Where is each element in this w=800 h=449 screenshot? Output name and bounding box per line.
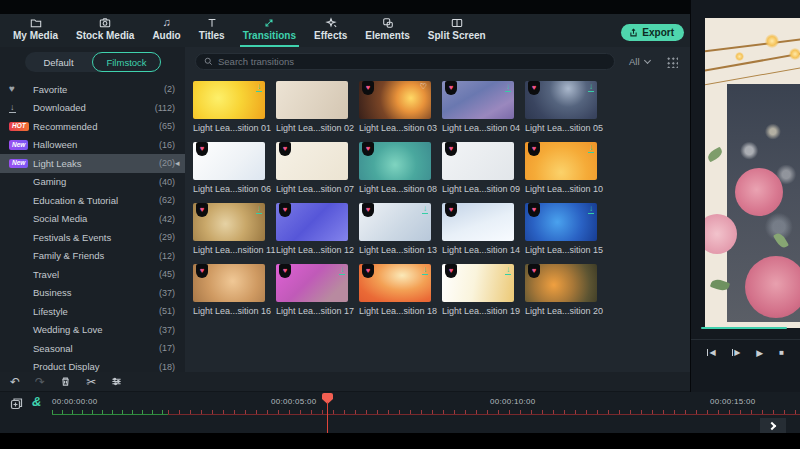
transition-thumbnail[interactable]: ♥ (193, 142, 265, 180)
sidebar-category-item[interactable]: Family & Friends (12) (0, 247, 185, 266)
sidebar-category-item[interactable]: New Light Leaks (20) (0, 154, 185, 173)
play-icon[interactable]: ▶ (756, 348, 763, 358)
next-frame-icon[interactable]: ▶ (732, 348, 741, 357)
transition-item[interactable]: ♥ ↓ Light Lea...sition 18 (359, 264, 431, 316)
sidebar-category-item[interactable]: ♥ Favorite (2) (0, 80, 185, 99)
preview-video[interactable] (705, 18, 800, 328)
transition-item[interactable]: ♥ Light Lea...sition 14 (442, 203, 514, 255)
transition-thumbnail[interactable]: ♥ (193, 264, 265, 302)
transition-item[interactable]: ♥ ↓ Light Lea...sition 13 (359, 203, 431, 255)
sidebar-category-item[interactable]: HOT Recommended (65) (0, 117, 185, 136)
sidebar-category-item[interactable]: Social Media (42) (0, 210, 185, 229)
download-icon[interactable]: ↓ (422, 266, 428, 275)
transition-item[interactable]: ♥ ♡ Light Lea...sition 03 (359, 81, 431, 133)
download-icon[interactable]: ↓ (422, 205, 428, 214)
collapse-sidebar-arrow-icon[interactable]: ◂ (175, 158, 180, 168)
transition-thumbnail[interactable]: ♥ ♡ (359, 81, 431, 119)
tab-split-screen[interactable]: Split Screen (419, 14, 495, 47)
sidebar-category-item[interactable]: Travel (45) (0, 265, 185, 284)
undo-icon[interactable]: ↶ (10, 376, 20, 388)
transition-thumbnail[interactable]: ↓ (193, 81, 265, 119)
download-icon[interactable]: ↓ (588, 144, 594, 153)
transition-thumbnail[interactable]: ♥ (276, 142, 348, 180)
sidebar-category-item[interactable]: Product Display (18) (0, 358, 185, 373)
tab-filmstock[interactable]: Filmstock (92, 52, 161, 72)
copy-icon[interactable] (10, 396, 23, 414)
favorite-heart-icon[interactable]: ♡ (420, 82, 427, 91)
download-icon[interactable]: ↓ (588, 83, 594, 92)
transition-thumbnail[interactable]: ♥ ↓ (359, 264, 431, 302)
transition-thumbnail[interactable]: ♥ ↓ (276, 264, 348, 302)
transition-item[interactable]: ♥ ↓ Light Lea...nsition 11 (193, 203, 265, 255)
transition-thumbnail[interactable]: ♥ (442, 142, 514, 180)
transition-thumbnail[interactable]: ♥ ↓ (525, 142, 597, 180)
stop-icon[interactable]: ■ (779, 348, 784, 357)
timeline-ruler-rendered[interactable] (52, 410, 168, 415)
transition-thumbnail[interactable]: ♥ ↓ (193, 203, 265, 241)
transition-item[interactable]: ↓ Light Lea...sition 01 (193, 81, 265, 133)
tab-elements[interactable]: Elements (356, 14, 418, 47)
search-input[interactable] (218, 56, 606, 67)
transition-item[interactable]: ♥ Light Lea...sition 09 (442, 142, 514, 194)
transition-thumbnail[interactable]: ♥ ↓ (525, 81, 597, 119)
timeline-ruler[interactable] (168, 410, 800, 415)
transition-item[interactable]: ♥ Light Lea...sition 20 (525, 264, 597, 316)
download-icon[interactable]: ↓ (588, 205, 594, 214)
transition-thumbnail[interactable]: ♥ (359, 142, 431, 180)
transition-thumbnail[interactable]: ♥ ↓ (442, 264, 514, 302)
tab-audio[interactable]: ♫ Audio (143, 14, 189, 47)
transition-thumbnail[interactable]: ♥ ↓ (442, 81, 514, 119)
download-icon[interactable]: ↓ (256, 83, 262, 92)
sidebar-category-item[interactable]: Festivals & Events (29) (0, 228, 185, 247)
sidebar-category-item[interactable]: ↓ Downloaded (112) (0, 99, 185, 118)
redo-icon[interactable]: ↷ (35, 376, 45, 388)
download-icon[interactable]: ↓ (505, 83, 511, 92)
sidebar-category-item[interactable]: Education & Tutorial (62) (0, 191, 185, 210)
transition-item[interactable]: ♥ Light Lea...sition 06 (193, 142, 265, 194)
transition-item[interactable]: ♥ ↓ Light Lea...sition 19 (442, 264, 514, 316)
playhead[interactable] (322, 393, 333, 434)
transition-thumbnail[interactable]: ♥ (442, 203, 514, 241)
sidebar-category-item[interactable]: New Halloween (16) (0, 136, 185, 155)
transition-item[interactable]: ♥ ↓ Light Lea...sition 04 (442, 81, 514, 133)
grid-view-icon[interactable] (666, 56, 678, 68)
tab-stock-media[interactable]: Stock Media (67, 14, 143, 47)
tab-effects[interactable]: Effects (305, 14, 356, 47)
delete-icon[interactable] (60, 376, 71, 387)
snap-icon[interactable]: & (32, 394, 41, 409)
transition-item[interactable]: ♥ ↓ Light Lea...sition 17 (276, 264, 348, 316)
tab-my-media[interactable]: My Media (4, 14, 67, 47)
search-box[interactable] (195, 53, 615, 70)
transition-thumbnail[interactable]: ♥ (276, 203, 348, 241)
transition-item[interactable]: ♥ ↓ Light Lea...sition 05 (525, 81, 597, 133)
download-icon[interactable]: ↓ (256, 205, 262, 214)
transition-thumbnail[interactable]: ♥ (525, 264, 597, 302)
sidebar-category-item[interactable]: Lifestyle (51) (0, 302, 185, 321)
export-button[interactable]: Export (621, 24, 684, 41)
filter-dropdown[interactable]: All (629, 56, 650, 67)
transition-item[interactable]: ♥ ↓ Light Lea...sition 15 (525, 203, 597, 255)
tab-default[interactable]: Default (25, 52, 92, 72)
tab-titles[interactable]: Titles (190, 14, 234, 47)
timeline[interactable]: & 00:00:00:00 00:00:05:00 00:00:10:00 00… (0, 392, 800, 433)
sidebar-category-item[interactable]: Gaming (40) (0, 173, 185, 192)
transition-thumbnail[interactable] (276, 81, 348, 119)
previous-frame-icon[interactable]: ◀ (707, 348, 716, 357)
transition-item[interactable]: ♥ Light Lea...sition 07 (276, 142, 348, 194)
preview-progress-bar[interactable] (701, 327, 787, 329)
adjust-icon[interactable] (111, 376, 122, 387)
sidebar-category-item[interactable]: Business (37) (0, 284, 185, 303)
transition-thumbnail[interactable]: ♥ ↓ (359, 203, 431, 241)
split-scissors-icon[interactable]: ✂ (86, 376, 96, 388)
sidebar-category-item[interactable]: Seasonal (17) (0, 339, 185, 358)
tab-transitions[interactable]: Transitions (234, 14, 305, 47)
sidebar-category-item[interactable]: Wedding & Love (37) (0, 321, 185, 340)
transition-item[interactable]: ♥ Light Lea...sition 08 (359, 142, 431, 194)
transition-item[interactable]: ♥ Light Lea...sition 16 (193, 264, 265, 316)
transition-thumbnail[interactable]: ♥ ↓ (525, 203, 597, 241)
transition-item[interactable]: ♥ Light Lea...sition 12 (276, 203, 348, 255)
transition-item[interactable]: Light Lea...sition 02 (276, 81, 348, 133)
download-icon[interactable]: ↓ (505, 266, 511, 275)
transition-item[interactable]: ♥ ↓ Light Lea...sition 10 (525, 142, 597, 194)
scroll-right-button[interactable] (760, 418, 786, 433)
